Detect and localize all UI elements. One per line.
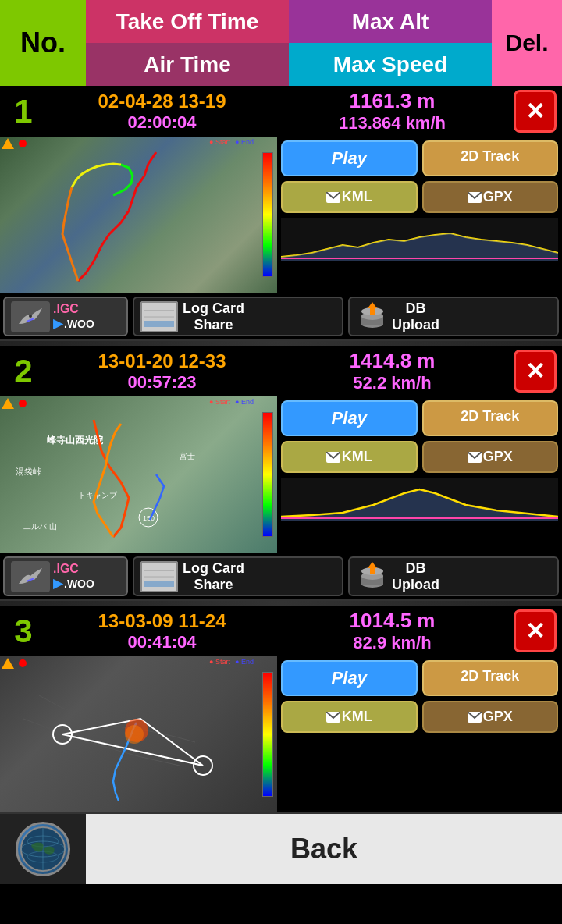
flight-speed-2: 52.2 km/h <box>277 373 507 393</box>
woo-label-1: ▶ .WOO <box>53 316 94 331</box>
woo-label-2: ▶ .WOO <box>53 576 94 591</box>
gpx-button-3[interactable]: GPX <box>422 701 559 733</box>
flight-map-1[interactable]: ● Start ● End <box>0 137 277 293</box>
igc-label-2: .IGC <box>53 562 94 576</box>
flight-num-1: 1 <box>0 86 47 137</box>
header-no: No. <box>0 0 86 86</box>
flight-alt-1: 1161.3 m <box>277 89 507 113</box>
igc-text-2: .IGC ▶ .WOO <box>53 562 94 591</box>
delete-button-3[interactable] <box>514 609 557 652</box>
svg-text:二ルバ 山: 二ルバ 山 <box>23 522 57 531</box>
logcard-text-1: Log CardShare <box>183 300 244 333</box>
chart-svg-1 <box>281 218 558 261</box>
btn-row-kml-2: KML GPX <box>281 441 558 473</box>
logcard-thumb-svg-2 <box>140 561 178 592</box>
header-middle: Take Off Time Air Time <box>86 0 289 86</box>
kml-button-1[interactable]: KML <box>281 181 418 213</box>
flight-del-3[interactable] <box>507 606 562 656</box>
header-del: Del. <box>492 0 562 86</box>
track2d-button-1[interactable]: 2D Track <box>422 140 559 176</box>
map-inner-1: ● Start ● End <box>0 137 277 293</box>
flight-buttons-3: Play 2D Track KML <box>277 656 562 812</box>
bird-icon-2 <box>11 561 50 592</box>
kml-button-3[interactable]: KML <box>281 701 418 733</box>
svg-text:富士: 富士 <box>180 452 195 460</box>
btn-row-play-3: Play 2D Track <box>281 660 558 696</box>
footer: Back <box>0 814 562 884</box>
igc-woo-button-2[interactable]: .IGC ▶ .WOO <box>3 556 128 596</box>
flight-buttons-2: Play 2D Track KML <box>277 396 562 553</box>
globe-icon <box>16 822 70 876</box>
db-svg-1 <box>356 300 389 333</box>
header-right: Max Alt Max Speed <box>289 0 492 86</box>
logcard-thumb-svg-1 <box>140 301 178 332</box>
flight-top-1: 1 02-04-28 13-19 02:00:04 1161.3 m 113.8… <box>0 86 562 137</box>
header-row: No. Take Off Time Air Time Max Alt Max S… <box>0 0 562 86</box>
logcard-thumb-2 <box>140 561 178 592</box>
flight-alt-3: 1014.5 m <box>277 609 507 633</box>
dbupload-button-2[interactable]: DBUpload <box>348 556 559 596</box>
flight-num-2: 2 <box>0 346 47 396</box>
flight-stats-2: 1414.8 m 52.2 km/h <box>277 346 507 396</box>
arrow-icon-1: ▶ <box>53 316 62 331</box>
logcard-button-2[interactable]: Log CardShare <box>133 556 343 596</box>
flight-top-3: 3 13-03-09 11-24 00:41:04 1014.5 m 82.9 … <box>0 606 562 656</box>
flight-entry-1: 1 02-04-28 13-19 02:00:04 1161.3 m 113.8… <box>0 86 562 341</box>
igc-label-1: .IGC <box>53 302 94 316</box>
db-icon-1 <box>356 300 389 333</box>
flight-map-2[interactable]: ● Start ● End 峰寺山西光院 湯袋峠 トキャンプ 富士 二ルバ 山 … <box>0 396 277 553</box>
flight-airtime-3: 00:41:04 <box>47 632 277 652</box>
delete-button-2[interactable] <box>514 350 557 393</box>
map-inner-2: ● Start ● End 峰寺山西光院 湯袋峠 トキャンプ 富士 二ルバ 山 … <box>0 396 277 553</box>
globe-svg <box>20 826 66 872</box>
flight-entry-2: 2 13-01-20 12-33 00:57:23 1414.8 m 52.2 … <box>0 346 562 601</box>
back-button[interactable]: Back <box>86 814 562 884</box>
flight-alt-2: 1414.8 m <box>277 349 507 373</box>
play-button-2[interactable]: Play <box>281 400 418 436</box>
flight-del-1[interactable] <box>507 86 562 137</box>
flight-info-1: 02-04-28 13-19 02:00:04 <box>47 86 277 137</box>
delete-button-1[interactable] <box>514 90 557 133</box>
svg-point-42 <box>125 725 144 744</box>
flight-num-3: 3 <box>0 606 47 656</box>
flight-info-3: 13-03-09 11-24 00:41:04 <box>47 606 277 656</box>
btn-row-play-2: Play 2D Track <box>281 400 558 436</box>
gpx-button-2[interactable]: GPX <box>422 441 559 473</box>
logcard-button-1[interactable]: Log CardShare <box>133 297 343 336</box>
play-button-3[interactable]: Play <box>281 660 418 696</box>
mail-icon-kml-1 <box>326 192 340 203</box>
igc-text-1: .IGC ▶ .WOO <box>53 302 94 331</box>
svg-rect-32 <box>144 581 174 587</box>
play-button-1[interactable]: Play <box>281 140 418 176</box>
flight-airtime-2: 00:57:23 <box>47 372 277 393</box>
db-svg-2 <box>356 560 389 593</box>
svg-text:湯袋峠: 湯袋峠 <box>16 467 41 476</box>
flight-map-3[interactable]: ● Start ● End <box>0 656 277 812</box>
mail-icon-kml-3 <box>326 712 340 723</box>
flight-entry-3: 3 13-03-09 11-24 00:41:04 1014.5 m 82.9 … <box>0 606 562 814</box>
mail-icon-gpx-2 <box>468 452 482 463</box>
flight-del-2[interactable] <box>507 346 562 396</box>
globe-button[interactable] <box>0 814 86 884</box>
bird-svg-2 <box>15 564 46 589</box>
logcard-text-2: Log CardShare <box>183 560 244 593</box>
igc-woo-button-1[interactable]: .IGC ▶ .WOO <box>3 297 128 336</box>
mail-icon-kml-2 <box>326 452 340 463</box>
svg-rect-10 <box>144 321 174 327</box>
arrow-icon-2: ▶ <box>53 576 62 591</box>
dbupload-button-1[interactable]: DBUpload <box>348 297 559 336</box>
flight-top-2: 2 13-01-20 12-33 00:57:23 1414.8 m 52.2 … <box>0 346 562 396</box>
action-bar-1: .IGC ▶ .WOO Log CardShare <box>0 293 562 339</box>
track2d-button-2[interactable]: 2D Track <box>422 400 559 436</box>
map-track-svg-3 <box>0 656 277 812</box>
gpx-button-1[interactable]: GPX <box>422 181 559 213</box>
header-takeoff: Take Off Time <box>86 0 289 43</box>
svg-point-5 <box>29 315 32 318</box>
kml-button-2[interactable]: KML <box>281 441 418 473</box>
logcard-thumb-1 <box>140 301 178 332</box>
flight-stats-3: 1014.5 m 82.9 km/h <box>277 606 507 656</box>
flight-buttons-1: Play 2D Track KML <box>277 137 562 293</box>
header-maxspeed: Max Speed <box>289 43 492 86</box>
flight-stats-1: 1161.3 m 113.864 km/h <box>277 86 507 137</box>
track2d-button-3[interactable]: 2D Track <box>422 660 559 696</box>
